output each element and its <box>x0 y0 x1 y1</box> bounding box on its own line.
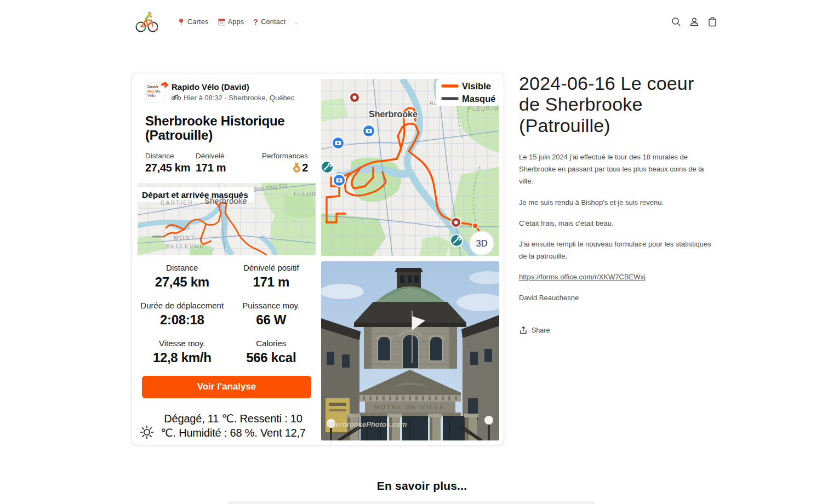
grid-stat: Vitesse moy. 12,8 km/h <box>138 339 227 365</box>
cyclist-logo[interactable] <box>135 10 158 33</box>
medal-icon <box>293 163 301 173</box>
nav-label: . <box>295 18 297 26</box>
athlete-name[interactable]: Rapido Vélo (David) <box>172 82 294 91</box>
map-city-label: Sherbrooke <box>369 110 418 119</box>
stat-value: 566 kcal <box>227 350 316 365</box>
grid-stat: Dénivelé positif 171 m <box>227 263 316 290</box>
mini-map[interactable]: Départ et arrivée masqués Rue King Est F… <box>138 183 316 255</box>
cart-icon[interactable] <box>707 16 718 27</box>
sun-icon <box>140 425 154 439</box>
map-3d-button: 3D <box>470 231 494 255</box>
route-map[interactable]: Sherbrooke Rue FLEURIM <box>321 79 499 256</box>
activity-right-column: Sherbrooke Rue FLEURIM <box>321 79 499 439</box>
calendar-icon: 17 <box>218 18 225 26</box>
page-main: David Rapido Vélo Rapido Vélo (David) Hi… <box>132 73 822 445</box>
grid-stat: Calories 566 kcal <box>227 339 316 365</box>
stats-grid: Distance 27,45 km Dénivelé positif 171 m… <box>138 263 316 365</box>
stat-label: Distance <box>145 152 196 160</box>
photo-watermark: SherbrookePhotos.com <box>327 420 407 428</box>
svg-text:17: 17 <box>220 21 224 25</box>
share-icon <box>519 326 528 335</box>
map-area-label: FLEURIM <box>294 191 316 197</box>
stat-label: Vitesse moy. <box>138 339 227 348</box>
map-city-label: Sherbrooke <box>204 196 247 205</box>
map-area-label: BELLEVUE <box>166 243 204 249</box>
nav-label: Apps <box>228 18 244 26</box>
athlete-avatar[interactable]: David Rapido Vélo <box>145 82 166 103</box>
form-link[interactable]: https://forms.office.com/r/XKW7CBEWxj <box>519 273 646 281</box>
stat-value: 27,45 km <box>138 274 227 290</box>
nav-contact[interactable]: ? Contact <box>253 18 286 26</box>
building-inscription: HOTEL DE VILLE <box>374 404 446 410</box>
stat-value: 171 m <box>227 274 316 290</box>
stat-label: Durée de déplacement <box>138 301 227 310</box>
account-icon[interactable] <box>689 16 700 27</box>
stat-value: 12,8 km/h <box>138 350 227 365</box>
site-header: Cartes 17 Apps ? Contact . <box>0 0 822 44</box>
athlete-block: Rapido Vélo (David) Hier à 08:32 · Sherb… <box>172 82 294 103</box>
grid-stat: Durée de déplacement 2:08:18 <box>138 301 227 328</box>
question-icon: ? <box>253 18 258 26</box>
activity-photo: HOTEL DE VILLE <box>321 261 499 440</box>
stat-label: Calories <box>227 339 316 348</box>
stat-label: Dénivelé positif <box>227 263 316 272</box>
article-paragraph: C'était frais, mais c'était beau. <box>519 217 716 230</box>
search-icon[interactable] <box>671 16 682 27</box>
more-heading: En savoir plus... <box>377 479 467 492</box>
stat-distance: Distance 27,45 km <box>145 152 196 174</box>
stat-label: Performances <box>262 152 308 160</box>
legend-visible-label: Visible <box>462 81 491 91</box>
stat-performances: Performances 2 <box>262 152 308 174</box>
stat-value: 171 m <box>196 162 262 174</box>
blog-article: 2024-06-16 Le coeur de Sherbrooke (Patro… <box>519 73 716 335</box>
nav-label: Cartes <box>187 18 209 26</box>
svg-text:3D: 3D <box>476 238 487 248</box>
map-area-label: MONT- <box>174 234 198 241</box>
stat-label: Dénivelé <box>196 152 262 160</box>
bike-icon <box>172 94 181 102</box>
article-author: David Beauchesne <box>519 292 716 304</box>
activity-embed-card: David Rapido Vélo Rapido Vélo (David) Hi… <box>132 73 504 445</box>
map-area-label: CARTIER <box>161 199 193 206</box>
activity-header: David Rapido Vélo Rapido Vélo (David) Hi… <box>138 79 316 103</box>
avatar-text: Rapido <box>147 89 165 94</box>
map-legend: Visible Masqué <box>436 79 499 106</box>
header-icons <box>671 16 718 27</box>
article-paragraph: J'ai ensuite rempli le nouveau formulair… <box>519 238 716 262</box>
nav-dot[interactable]: . <box>295 18 297 26</box>
activity-left-column: David Rapido Vélo Rapido Vélo (David) Hi… <box>138 79 316 439</box>
share-label: Share <box>532 327 550 334</box>
map-pin-icon <box>178 18 185 26</box>
analyze-button[interactable]: Voir l'analyse <box>142 376 311 398</box>
grid-stat: Distance 27,45 km <box>138 263 227 290</box>
activity-meta: Hier à 08:32 · Sherbrooke, Québec <box>172 94 294 102</box>
grid-stat: Puissance moy. 66 W <box>227 301 316 328</box>
weather-text: Dégagé, 11 ℃. Ressenti : 10 ℃. Humidité … <box>161 413 306 439</box>
next-embed-edge <box>227 501 595 504</box>
avatar-text: Vélo <box>147 94 165 98</box>
activity-title: Sherbrooke Historique (Patrouille) <box>138 114 316 143</box>
legend-masked-label: Masqué <box>462 94 495 104</box>
article-title: 2024-06-16 Le coeur de Sherbrooke (Patro… <box>519 73 716 136</box>
more-section: En savoir plus... <box>132 479 712 492</box>
stat-value: 2 <box>302 162 308 174</box>
main-nav: Cartes 17 Apps ? Contact . <box>178 18 297 26</box>
top-stats-row: Distance 27,45 km Dénivelé 171 m Perform… <box>138 152 316 174</box>
stat-value: 2:08:18 <box>138 312 227 328</box>
article-paragraph: Je me suis rendu à Bishop's et je suis r… <box>519 197 716 209</box>
share-button[interactable]: Share <box>519 326 716 335</box>
nav-label: Contact <box>261 18 286 26</box>
stat-elevation: Dénivelé 171 m <box>196 152 262 174</box>
stat-value: 66 W <box>227 312 316 328</box>
stat-label: Distance <box>138 263 227 272</box>
article-paragraph: Le 15 juin 2024 j'ai effectué le tour de… <box>519 151 716 187</box>
stat-value: 27,45 km <box>145 162 196 174</box>
nav-cartes[interactable]: Cartes <box>178 18 209 26</box>
activity-timestamp: Hier à 08:32 · Sherbrooke, Québec <box>184 94 294 102</box>
weather-summary: Dégagé, 11 ℃. Ressenti : 10 ℃. Humidité … <box>138 411 316 440</box>
nav-apps[interactable]: 17 Apps <box>218 18 244 26</box>
stat-label: Puissance moy. <box>227 301 316 310</box>
